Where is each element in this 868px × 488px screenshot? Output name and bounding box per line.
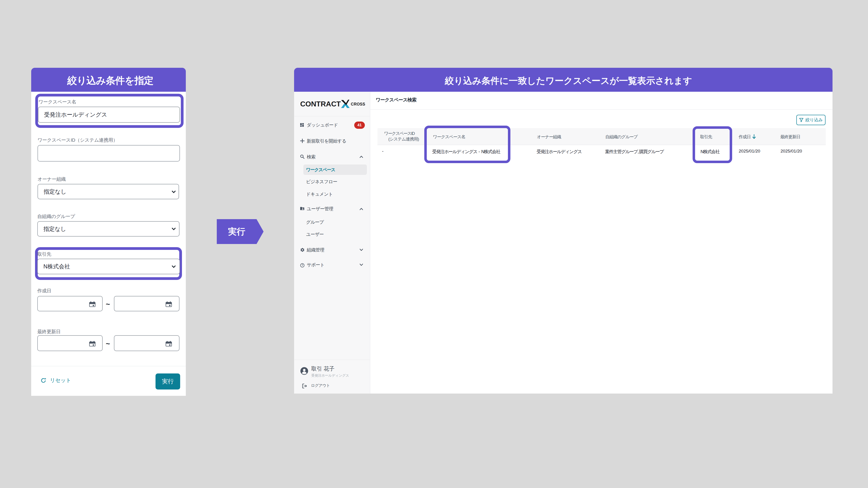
svg-text:?: ? — [302, 264, 303, 267]
